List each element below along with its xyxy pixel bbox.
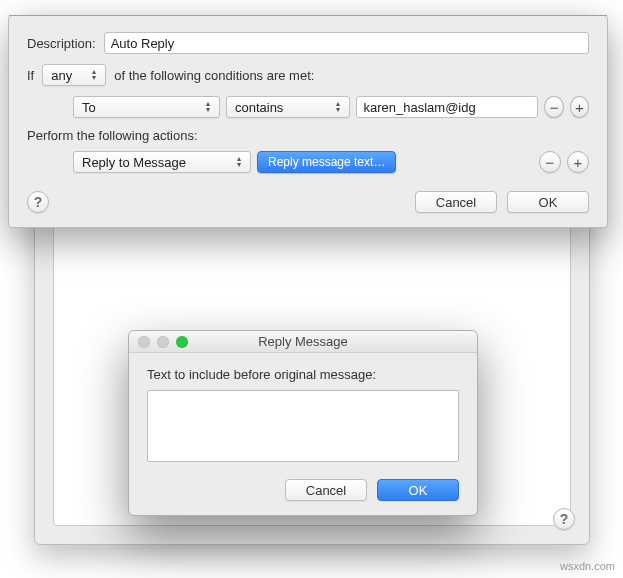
condition-operator-select[interactable]: contains	[226, 96, 351, 118]
help-icon: ?	[560, 511, 569, 527]
help-icon: ?	[34, 194, 43, 210]
reply-message-modal: Reply Message Text to include before ori…	[128, 330, 478, 516]
condition-operator-value: contains	[235, 100, 283, 115]
scope-select[interactable]: any	[42, 64, 106, 86]
condition-value-input[interactable]	[356, 96, 538, 118]
action-type-value: Reply to Message	[82, 155, 186, 170]
help-button[interactable]: ?	[553, 508, 575, 530]
stepper-icon	[201, 101, 215, 113]
close-icon[interactable]	[138, 336, 150, 348]
action-row: Reply to Message Reply message text… − +	[73, 151, 589, 173]
reply-text-input[interactable]	[147, 390, 459, 462]
modal-titlebar: Reply Message	[129, 331, 477, 353]
minus-icon: −	[550, 99, 559, 116]
zoom-icon[interactable]	[176, 336, 188, 348]
ok-button[interactable]: OK	[507, 191, 589, 213]
condition-field-value: To	[82, 100, 96, 115]
description-input[interactable]	[104, 32, 589, 54]
minus-icon: −	[546, 154, 555, 171]
scope-value: any	[51, 68, 72, 83]
button-label: OK	[539, 195, 558, 210]
add-action-button[interactable]: +	[567, 151, 589, 173]
help-button[interactable]: ?	[27, 191, 49, 213]
action-type-select[interactable]: Reply to Message	[73, 151, 251, 173]
watermark: wsxdn.com	[560, 560, 615, 572]
remove-condition-button[interactable]: −	[544, 96, 563, 118]
remove-action-button[interactable]: −	[539, 151, 561, 173]
description-label: Description:	[27, 36, 96, 51]
rule-editor-sheet: Description: If any of the following con…	[8, 15, 608, 228]
conditions-suffix: of the following conditions are met:	[114, 68, 314, 83]
stepper-icon	[331, 101, 345, 113]
if-label: If	[27, 68, 34, 83]
button-label: OK	[409, 483, 428, 498]
plus-icon: +	[574, 154, 583, 171]
stepper-icon	[87, 69, 101, 81]
plus-icon: +	[575, 99, 584, 116]
add-condition-button[interactable]: +	[570, 96, 589, 118]
reply-message-text-button[interactable]: Reply message text…	[257, 151, 396, 173]
cancel-button[interactable]: Cancel	[285, 479, 367, 501]
window-controls	[129, 336, 188, 348]
minimize-icon[interactable]	[157, 336, 169, 348]
reply-prompt: Text to include before original message:	[147, 367, 459, 382]
actions-label: Perform the following actions:	[27, 128, 589, 143]
reply-button-label: Reply message text…	[268, 155, 385, 169]
cancel-button[interactable]: Cancel	[415, 191, 497, 213]
condition-field-select[interactable]: To	[73, 96, 220, 118]
button-label: Cancel	[436, 195, 476, 210]
condition-row: To contains − +	[73, 96, 589, 118]
ok-button[interactable]: OK	[377, 479, 459, 501]
stepper-icon	[232, 156, 246, 168]
button-label: Cancel	[306, 483, 346, 498]
